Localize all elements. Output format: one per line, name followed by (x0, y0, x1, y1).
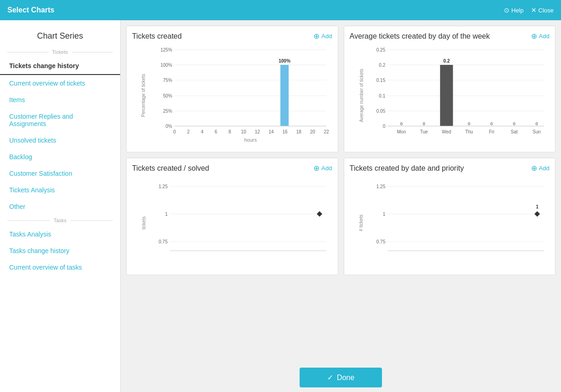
chart-header-2: Average tickets created by day of the we… (350, 32, 550, 41)
svg-text:16: 16 (283, 129, 288, 134)
add-button-3[interactable]: ⊕ Add (313, 164, 332, 173)
add-icon-2: ⊕ (531, 32, 537, 40)
add-button-2[interactable]: ⊕ Add (531, 32, 549, 40)
svg-text:Thu: Thu (465, 129, 473, 134)
chart-body-2: Average number of tickets 0.25 (350, 45, 550, 146)
done-button[interactable]: ✓ Done (300, 368, 382, 387)
svg-text:125%: 125% (161, 47, 173, 52)
sidebar: Chart Series Tickets Tickets change hist… (0, 20, 121, 392)
svg-text:25%: 25% (163, 109, 172, 114)
svg-text:0.1: 0.1 (379, 93, 385, 98)
sidebar-item-unsolved-tickets[interactable]: Unsolved tickets (0, 132, 120, 149)
svg-text:0.2: 0.2 (443, 58, 450, 63)
header-actions: ⊙ Help ✕ Close (504, 6, 554, 14)
main-layout: Chart Series Tickets Tickets change hist… (0, 20, 561, 392)
y-axis-label-1: Percentage of tickets (141, 74, 146, 117)
svg-text:0.15: 0.15 (376, 78, 385, 83)
svg-text:Sun: Sun (532, 129, 541, 134)
svg-text:Wed: Wed (442, 129, 451, 134)
chart-plot-1: 125% 100% 75% 50% 25% 0% 100% (155, 45, 332, 146)
sidebar-item-customer-replies[interactable]: Customer Replies and Assignments (0, 108, 120, 132)
sidebar-item-tickets-change-history[interactable]: Tickets change history (0, 58, 120, 75)
svg-text:0: 0 (468, 121, 470, 126)
chart-title-3: Tickets created / solved (132, 164, 209, 173)
svg-text:Mon: Mon (397, 129, 405, 134)
chart-tickets-created: Tickets created ⊕ Add Percentage of tick… (126, 26, 338, 152)
svg-text:1.25: 1.25 (159, 184, 168, 189)
close-icon: ✕ (531, 6, 537, 14)
chart-header-1: Tickets created ⊕ Add (132, 32, 332, 41)
svg-text:1: 1 (536, 204, 538, 209)
svg-text:22: 22 (324, 129, 330, 134)
svg-text:4: 4 (201, 129, 203, 134)
close-button[interactable]: ✕ Close (531, 6, 554, 14)
svg-text:0.25: 0.25 (376, 47, 385, 52)
sidebar-title: Chart Series (0, 28, 120, 46)
add-button-1[interactable]: ⊕ Add (313, 32, 332, 40)
svg-text:1: 1 (382, 212, 385, 217)
y-axis-label-3: tickets (141, 216, 146, 229)
svg-text:0: 0 (400, 121, 402, 126)
svg-text:0: 0 (535, 121, 538, 126)
sidebar-item-customer-satisfaction[interactable]: Customer Satisfaction (0, 165, 120, 182)
svg-text:0.2: 0.2 (379, 63, 385, 68)
svg-text:50%: 50% (163, 93, 172, 98)
dot-solved (317, 211, 322, 217)
help-icon: ⊙ (504, 6, 509, 14)
add-button-4[interactable]: ⊕ Add (531, 164, 549, 173)
chart-tickets-solved: Tickets created / solved ⊕ Add tickets (126, 158, 338, 275)
content-area: Tickets created ⊕ Add Percentage of tick… (121, 20, 561, 392)
svg-text:hours: hours (244, 137, 257, 143)
section-label-tasks: Tasks (0, 215, 120, 226)
sidebar-item-current-overview[interactable]: Current overview of tickets (0, 75, 120, 92)
svg-text:0: 0 (513, 121, 515, 126)
svg-text:10: 10 (241, 129, 247, 134)
chart-plot-3: 1.25 1 0.75 (155, 177, 332, 269)
y-axis-container-2: Average number of tickets (350, 45, 373, 146)
header: Select Charts ⊙ Help ✕ Close (0, 0, 561, 20)
svg-text:Tue: Tue (420, 129, 428, 134)
svg-text:2: 2 (187, 129, 190, 134)
sidebar-item-current-overview-tasks[interactable]: Current overview of tasks (0, 259, 120, 276)
chart-title-1: Tickets created (132, 32, 182, 41)
header-title: Select Charts (7, 6, 54, 14)
svg-text:0%: 0% (166, 124, 173, 129)
svg-text:14: 14 (269, 129, 274, 134)
svg-text:0: 0 (173, 129, 176, 134)
svg-text:Fri: Fri (489, 129, 494, 134)
svg-text:20: 20 (310, 129, 316, 134)
chart-title-4: Tickets created by date and priority (350, 164, 464, 173)
done-check-icon: ✓ (327, 373, 333, 382)
chart-title-2: Average tickets created by day of the we… (350, 32, 490, 41)
svg-text:100%: 100% (161, 63, 173, 68)
chart-body-3: tickets 1.25 1 0.75 (132, 177, 332, 269)
chart-body-4: # tickets 1.25 1 0.75 1 (350, 177, 550, 269)
sidebar-item-items[interactable]: Items (0, 92, 120, 108)
svg-text:0: 0 (422, 121, 425, 126)
add-icon-3: ⊕ (313, 164, 319, 173)
svg-text:0: 0 (490, 121, 492, 126)
chart-svg-2: 0.25 0.2 0.15 0.1 0.05 0 0 (373, 45, 550, 146)
sidebar-item-tasks-analysis[interactable]: Tasks Analysis (0, 226, 120, 242)
svg-text:6: 6 (214, 129, 217, 134)
y-axis-container-4: # tickets (350, 177, 373, 269)
help-button[interactable]: ⊙ Help (504, 6, 524, 14)
sidebar-item-other[interactable]: Other (0, 198, 120, 215)
sidebar-item-tickets-analysis[interactable]: Tickets Analysis (0, 182, 120, 198)
svg-text:1.25: 1.25 (376, 184, 385, 189)
sidebar-item-tasks-change-history[interactable]: Tasks change history (0, 242, 120, 259)
svg-text:12: 12 (255, 129, 260, 134)
sidebar-item-backlog[interactable]: Backlog (0, 149, 120, 165)
svg-text:0: 0 (382, 124, 385, 129)
svg-text:100%: 100% (278, 58, 290, 63)
chart-plot-4: 1.25 1 0.75 1 (373, 177, 550, 269)
chart-header-4: Tickets created by date and priority ⊕ A… (350, 164, 550, 173)
done-overlay: ✓ Done (121, 363, 561, 392)
svg-text:0.05: 0.05 (376, 109, 385, 114)
svg-text:18: 18 (296, 129, 302, 134)
chart-body-1: Percentage of tickets 125% 100 (132, 45, 332, 146)
section-label-tickets: Tickets (0, 46, 120, 58)
bar-wed (440, 65, 453, 126)
add-icon-1: ⊕ (313, 32, 319, 40)
svg-text:8: 8 (228, 129, 231, 134)
